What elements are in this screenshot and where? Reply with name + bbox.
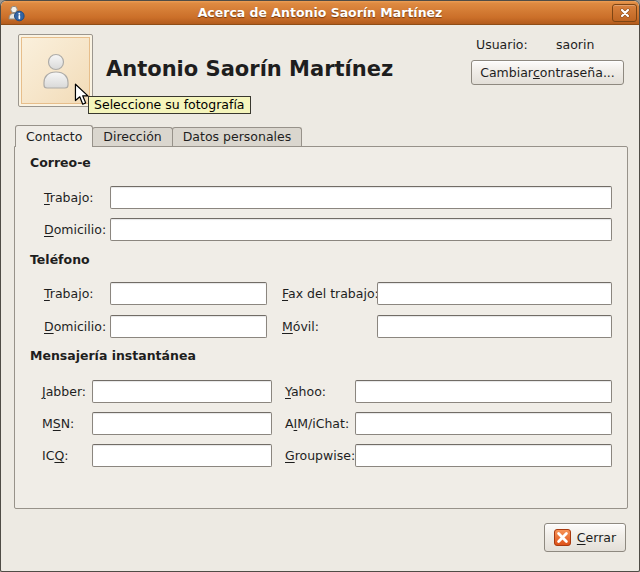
- phone-mobile-label: Móvil:: [282, 315, 319, 338]
- close-dialog-label: Cerrar: [577, 530, 616, 545]
- im-aim-ichat-input[interactable]: [355, 412, 612, 435]
- mouse-cursor-icon: [74, 83, 89, 106]
- phone-work-input[interactable]: [110, 282, 267, 305]
- window-title: Acerca de Antonio Saorín Martínez: [1, 1, 639, 25]
- phone-home-input[interactable]: [110, 315, 267, 338]
- im-jabber-label: Jabber:: [42, 380, 86, 403]
- phone-home-label: Domicilio:: [44, 315, 106, 338]
- change-password-button[interactable]: Cambiar contraseña...: [471, 60, 624, 85]
- im-msn-label: MSN:: [42, 412, 74, 435]
- phone-mobile-input[interactable]: [377, 315, 612, 338]
- im-aim-ichat-label: AIM/iChat:: [285, 412, 349, 435]
- im-icq-label: ICQ:: [42, 444, 68, 467]
- im-section-title: Mensajería instantánea: [30, 348, 196, 363]
- contacto-tab-panel: Correo-e Trabajo: Domicilio: Teléfono Tr…: [14, 146, 628, 509]
- email-home-label: Domicilio:: [44, 218, 106, 241]
- email-section-title: Correo-e: [30, 155, 91, 170]
- close-icon: [620, 8, 630, 18]
- phone-section-title: Teléfono: [30, 252, 90, 267]
- im-yahoo-input[interactable]: [355, 380, 612, 403]
- im-msn-input[interactable]: [92, 412, 272, 435]
- im-yahoo-label: Yahoo:: [285, 380, 326, 403]
- im-icq-input[interactable]: [92, 444, 272, 467]
- username-label: Usuario:: [476, 37, 528, 52]
- username-value: saorin: [556, 37, 594, 52]
- window-close-button[interactable]: [612, 4, 637, 22]
- close-x-icon: [554, 529, 571, 546]
- tab-direccion[interactable]: Dirección: [92, 127, 172, 146]
- tab-bar: Contacto Dirección Datos personales: [15, 125, 302, 147]
- tab-contacto[interactable]: Contacto: [15, 125, 93, 147]
- user-name-heading: Antonio Saorín Martínez: [106, 57, 393, 81]
- phone-work-fax-input[interactable]: [377, 282, 612, 305]
- email-work-label: Trabajo:: [44, 186, 94, 209]
- about-me-dialog: Acerca de Antonio Saorín Martínez Antoni…: [0, 0, 640, 572]
- person-icon: [38, 52, 74, 90]
- phone-work-fax-label: Fax del trabajo:: [282, 282, 379, 305]
- phone-work-label: Trabajo:: [44, 282, 94, 305]
- im-jabber-input[interactable]: [92, 380, 272, 403]
- close-dialog-button[interactable]: Cerrar: [544, 523, 626, 552]
- im-groupwise-label: Groupwise:: [285, 444, 355, 467]
- tab-datos-personales[interactable]: Datos personales: [172, 127, 303, 146]
- titlebar[interactable]: Acerca de Antonio Saorín Martínez: [1, 1, 639, 25]
- photo-tooltip: Seleccione su fotografía: [88, 96, 251, 114]
- im-groupwise-input[interactable]: [355, 444, 612, 467]
- email-work-input[interactable]: [110, 186, 612, 209]
- email-home-input[interactable]: [110, 218, 612, 241]
